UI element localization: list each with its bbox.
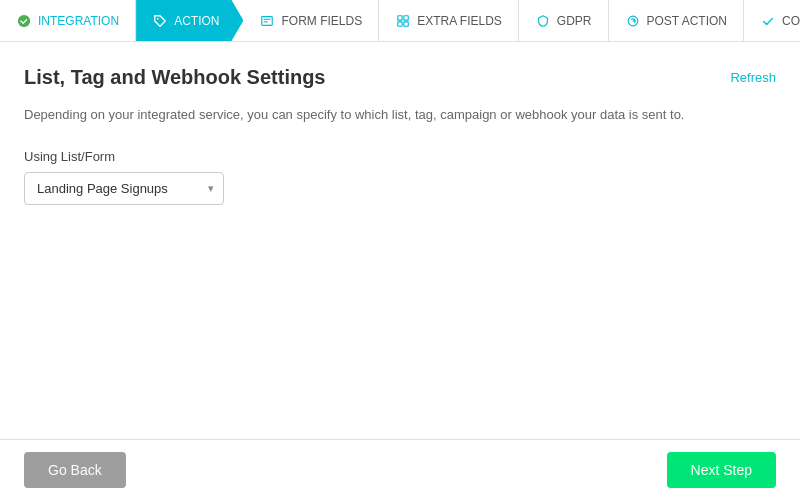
svg-rect-2: [262, 16, 273, 25]
nav-label-gdpr: GDPR: [557, 14, 592, 28]
top-nav: INTEGRATION ACTION FORM FIELDS: [0, 0, 800, 42]
svg-rect-8: [404, 21, 408, 25]
main-content: List, Tag and Webhook Settings Refresh D…: [0, 42, 800, 439]
nav-label-form-fields: FORM FIELDS: [281, 14, 362, 28]
svg-point-1: [157, 17, 159, 19]
page-title: List, Tag and Webhook Settings: [24, 66, 326, 89]
edit-icon: [259, 13, 275, 29]
refresh-circle-icon: [625, 13, 641, 29]
svg-rect-7: [398, 21, 402, 25]
nav-label-complete: COMPLETE: [782, 14, 800, 28]
bottom-bar: Go Back Next Step: [0, 439, 800, 500]
next-step-button[interactable]: Next Step: [667, 452, 776, 488]
nav-label-action: ACTION: [174, 14, 219, 28]
nav-item-extra-fields[interactable]: EXTRA FIELDS: [379, 0, 519, 41]
list-form-field: Using List/Form Landing Page Signups New…: [24, 149, 776, 205]
tag-icon: [152, 13, 168, 29]
circle-check-icon: [16, 13, 32, 29]
nav-item-complete[interactable]: COMPLETE: [744, 0, 800, 41]
grid-icon: [395, 13, 411, 29]
refresh-link[interactable]: Refresh: [730, 70, 776, 85]
nav-item-gdpr[interactable]: GDPR: [519, 0, 609, 41]
shield-icon: [535, 13, 551, 29]
svg-point-0: [18, 14, 30, 26]
svg-rect-6: [404, 15, 408, 19]
nav-item-integration[interactable]: INTEGRATION: [0, 0, 136, 41]
go-back-button[interactable]: Go Back: [24, 452, 126, 488]
description-text: Depending on your integrated service, yo…: [24, 105, 776, 125]
nav-label-extra-fields: EXTRA FIELDS: [417, 14, 502, 28]
nav-item-form-fields[interactable]: FORM FIELDS: [243, 0, 379, 41]
nav-label-post-action: POST ACTION: [647, 14, 727, 28]
nav-item-action[interactable]: ACTION: [136, 0, 243, 41]
svg-rect-5: [398, 15, 402, 19]
nav-label-integration: INTEGRATION: [38, 14, 119, 28]
list-select[interactable]: Landing Page Signups Newsletter Contacts: [24, 172, 224, 205]
page-header: List, Tag and Webhook Settings Refresh: [24, 66, 776, 89]
nav-item-post-action[interactable]: POST ACTION: [609, 0, 744, 41]
list-form-label: Using List/Form: [24, 149, 776, 164]
check-icon: [760, 13, 776, 29]
list-select-wrapper: Landing Page Signups Newsletter Contacts…: [24, 172, 224, 205]
